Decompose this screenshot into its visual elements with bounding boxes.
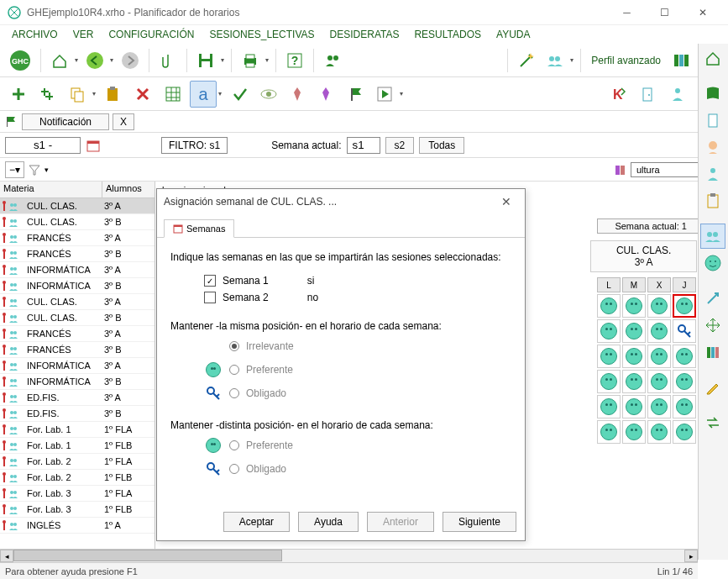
face-cell[interactable] [622, 395, 646, 418]
tab-semanas[interactable]: Semanas [164, 219, 234, 238]
menu-configuracion[interactable]: CONFIGURACIÓN [102, 27, 201, 42]
face-cell[interactable] [597, 395, 621, 418]
red-k-button[interactable]: K [604, 81, 631, 108]
menu-ayuda[interactable]: AYUDA [490, 27, 537, 42]
notif-x-button[interactable]: X [113, 113, 134, 130]
table-row[interactable]: FRANCÉS3º A [0, 230, 155, 246]
week1-checkbox[interactable] [204, 275, 216, 287]
minimize-button[interactable]: ─ [608, 1, 646, 24]
btn-aceptar[interactable]: Aceptar [223, 512, 290, 532]
day-cell[interactable]: M [622, 277, 646, 292]
semana-input[interactable] [347, 137, 380, 154]
face-cell[interactable] [597, 319, 621, 343]
text-dropdown[interactable]: ▾ [217, 90, 223, 97]
add-button[interactable] [5, 81, 32, 108]
play-dropdown[interactable]: ▾ [398, 90, 405, 97]
save-dropdown[interactable]: ▾ [219, 56, 226, 64]
side-face-icon[interactable] [700, 250, 725, 276]
table-body[interactable]: CUL. CLAS.3º ACUL. CLAS.3º BFRANCÉS3º AF… [0, 198, 155, 551]
side-head-icon[interactable] [700, 134, 725, 160]
back-dropdown[interactable]: ▾ [108, 56, 115, 64]
table-row[interactable]: INFORMÁTICA3º A [0, 358, 155, 374]
face-cell[interactable] [622, 420, 646, 444]
table-row[interactable]: CUL. CLAS.3º B [0, 214, 155, 230]
col-header-materia[interactable]: Materia [0, 182, 102, 197]
face-cell[interactable] [673, 294, 696, 318]
copy-button[interactable] [64, 81, 91, 108]
s2-button[interactable]: s2 [385, 137, 415, 154]
table-row[interactable]: CUL. CLAS.3º B [0, 310, 155, 326]
side-group-icon[interactable] [700, 224, 725, 249]
face-cell[interactable] [622, 294, 646, 318]
side-move-icon[interactable] [700, 313, 725, 338]
face-cell[interactable] [673, 345, 696, 368]
day-cell[interactable]: X [647, 277, 671, 292]
calendar-icon[interactable] [86, 138, 101, 153]
table-row[interactable]: FRANCÉS3º A [0, 326, 155, 342]
menu-desideratas[interactable]: DESIDERATAS [323, 27, 406, 42]
s1-input[interactable] [5, 137, 81, 154]
day-cell[interactable]: L [597, 277, 621, 292]
back-button[interactable] [81, 47, 108, 74]
books-button[interactable] [668, 47, 694, 74]
dialog-close-button[interactable]: ✕ [495, 193, 518, 210]
btn-ayuda[interactable]: Ayuda [298, 512, 359, 532]
grid-button[interactable] [160, 81, 186, 108]
delete-button[interactable] [129, 81, 156, 108]
table-row[interactable]: INGLÉS1º A [0, 518, 155, 534]
table-row[interactable]: For. Lab. 31º FLB [0, 502, 155, 518]
table-row[interactable]: FRANCÉS3º B [0, 246, 155, 262]
text-mode-button[interactable]: a [190, 81, 217, 108]
copy-dropdown[interactable]: ▾ [91, 90, 97, 97]
face-cell[interactable] [622, 345, 646, 368]
face-cell[interactable] [622, 319, 646, 343]
face-cell[interactable] [647, 420, 671, 444]
radio-obligado-2[interactable] [229, 464, 239, 474]
paste-button[interactable] [99, 81, 126, 108]
home-dropdown[interactable]: ▾ [73, 56, 80, 64]
user-group-button[interactable] [319, 47, 346, 74]
table-row[interactable]: For. Lab. 31º FLA [0, 486, 155, 502]
table-row[interactable]: INFORMÁTICA3º A [0, 262, 155, 278]
home-button[interactable] [46, 47, 73, 74]
table-row[interactable]: INFORMÁTICA3º B [0, 374, 155, 390]
face-cell[interactable] [597, 294, 621, 318]
radio-obligado-1[interactable] [229, 388, 239, 398]
face-cell[interactable] [597, 345, 621, 368]
help-button[interactable]: ? [281, 47, 308, 74]
notificacion-button[interactable]: Notificación [22, 113, 109, 130]
face-cell[interactable] [647, 294, 671, 318]
forward-button[interactable] [117, 47, 144, 74]
pin2-button[interactable] [312, 81, 339, 108]
radio-preferente-2[interactable] [229, 440, 239, 450]
check-button[interactable] [227, 81, 254, 108]
users-dropdown[interactable]: ▾ [568, 56, 575, 64]
add-multi-button[interactable] [34, 81, 60, 108]
face-cell[interactable] [647, 345, 671, 368]
pin1-button[interactable] [284, 81, 311, 108]
menu-archivo[interactable]: ARCHIVO [5, 27, 65, 42]
save-button[interactable] [192, 47, 219, 74]
print-button[interactable] [237, 47, 264, 74]
filter-minus-icon[interactable]: −▾ [5, 161, 24, 178]
clip-button[interactable] [155, 47, 181, 74]
table-row[interactable]: For. Lab. 21º FLB [0, 470, 155, 486]
face-cell[interactable] [647, 395, 671, 418]
table-row[interactable]: CUL. CLAS.3º A [0, 198, 155, 214]
side-clipboard-icon[interactable] [700, 188, 725, 213]
print-dropdown[interactable]: ▾ [264, 56, 270, 64]
ghc-logo-button[interactable]: GHC [5, 45, 35, 76]
funnel-icon[interactable] [28, 163, 41, 176]
table-row[interactable]: For. Lab. 11º FLA [0, 422, 155, 438]
table-row[interactable]: ED.FIS.3º B [0, 406, 155, 422]
radio-irrelevante[interactable] [229, 341, 239, 351]
table-row[interactable]: FRANCÉS3º B [0, 342, 155, 358]
btn-siguiente[interactable]: Siguiente [443, 512, 516, 532]
side-door-icon[interactable] [700, 108, 725, 133]
side-home-icon[interactable] [700, 45, 725, 71]
side-exchange-icon[interactable] [700, 410, 725, 435]
book-small-icon[interactable] [614, 163, 627, 176]
table-row[interactable]: For. Lab. 21º FLA [0, 454, 155, 470]
face-cell[interactable] [647, 319, 671, 343]
face-cell[interactable] [647, 370, 671, 393]
